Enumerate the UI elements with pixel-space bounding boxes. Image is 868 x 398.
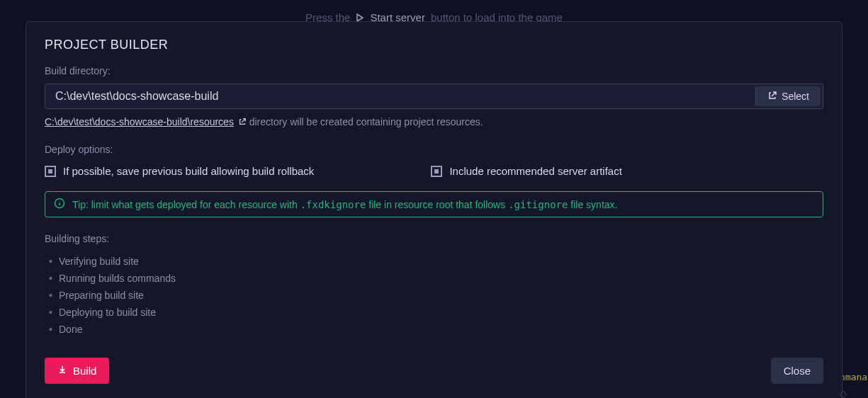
project-builder-modal: PROJECT BUILDER Build directory: Select … xyxy=(26,21,842,398)
modal-title: PROJECT BUILDER xyxy=(45,38,823,52)
artifact-checkbox[interactable]: Include recommended server artifact xyxy=(431,165,621,177)
path-note: C:\dev\test\docs-showcase-build\resource… xyxy=(45,116,823,128)
building-steps-list: Verifying build site Running builds comm… xyxy=(45,253,823,338)
tip-text: Tip: limit what gets deployed for each r… xyxy=(72,199,617,210)
checkbox-icon xyxy=(45,166,56,177)
external-link-icon xyxy=(767,91,777,103)
build-directory-label: Build directory: xyxy=(45,65,823,76)
build-step: Verifying build site xyxy=(45,253,823,270)
build-step: Preparing build site xyxy=(45,287,823,304)
resources-path-link[interactable]: C:\dev\test\docs-showcase-build\resource… xyxy=(45,116,234,127)
build-button[interactable]: Build xyxy=(45,358,109,384)
build-directory-row: Select xyxy=(45,84,823,109)
close-button-label: Close xyxy=(784,365,811,377)
rollback-checkbox-label: If possible, save previous build allowin… xyxy=(63,165,314,177)
select-button-label: Select xyxy=(782,91,809,102)
tip-callout: Tip: limit what gets deployed for each r… xyxy=(45,191,823,217)
build-directory-input[interactable] xyxy=(45,84,753,108)
checkbox-icon xyxy=(431,166,442,177)
deploy-options-label: Deploy options: xyxy=(45,144,823,155)
artifact-checkbox-label: Include recommended server artifact xyxy=(449,165,621,177)
rollback-checkbox[interactable]: If possible, save previous build allowin… xyxy=(45,165,314,177)
select-directory-button[interactable]: Select xyxy=(755,86,821,106)
build-step: Deploying to build site xyxy=(45,304,823,321)
build-step: Running builds commands xyxy=(45,270,823,287)
info-icon xyxy=(54,198,65,211)
close-button[interactable]: Close xyxy=(771,358,823,384)
build-step: Done xyxy=(45,321,823,338)
building-steps-label: Building steps: xyxy=(45,233,823,244)
play-icon xyxy=(356,13,364,22)
external-link-icon xyxy=(238,117,247,128)
download-icon xyxy=(57,365,67,377)
build-button-label: Build xyxy=(73,365,96,377)
